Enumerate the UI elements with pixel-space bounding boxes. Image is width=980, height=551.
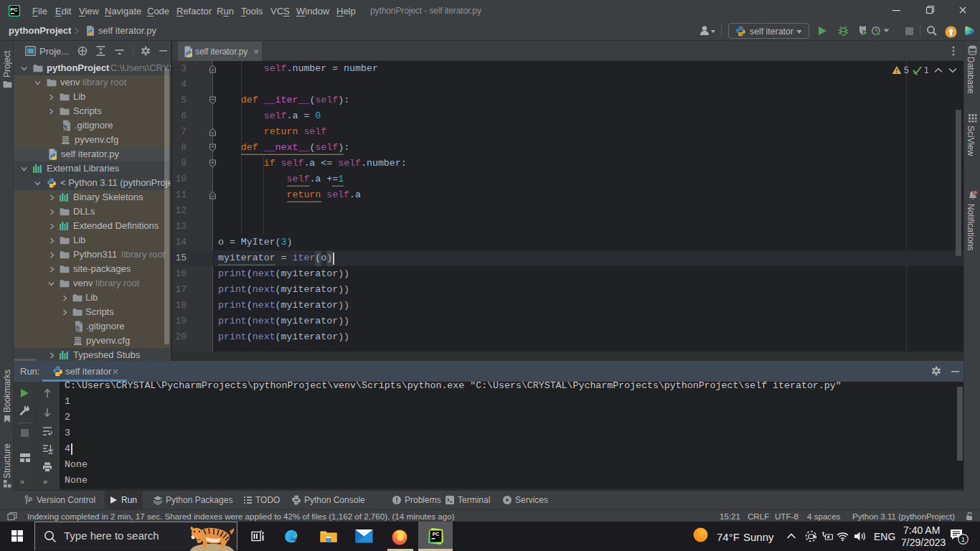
svg-text:1: 1	[961, 535, 965, 543]
svg-text:PC: PC	[10, 6, 18, 13]
svg-text:PC: PC	[433, 532, 440, 537]
